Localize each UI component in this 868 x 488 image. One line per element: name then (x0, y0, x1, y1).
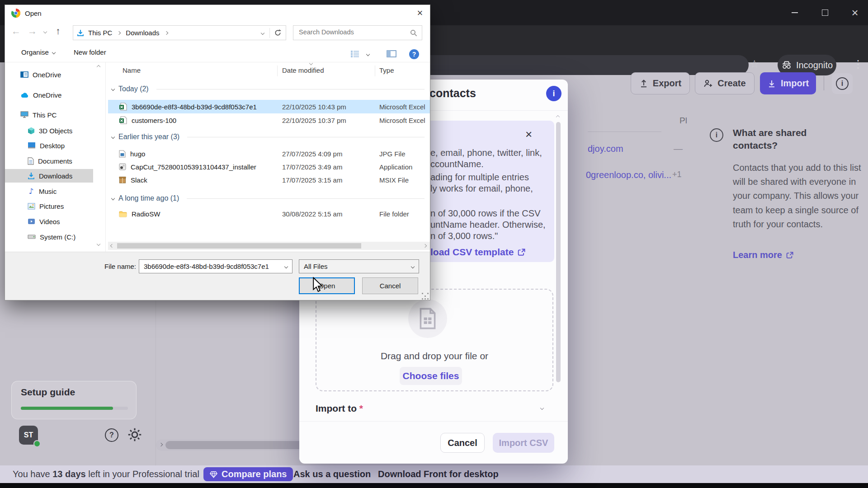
file-row[interactable]: RadioSW 30/08/2022 5:15 am File folder (108, 207, 430, 221)
resize-grip[interactable] (422, 293, 423, 294)
list-view-icon[interactable] (350, 50, 359, 57)
breadcrumb-chevron-icon[interactable] (117, 31, 121, 34)
avatar[interactable]: ST (19, 426, 38, 445)
cancel-button[interactable]: Cancel (362, 277, 418, 294)
filelist-hscrollbar-track[interactable] (108, 242, 430, 250)
breadcrumb-root[interactable]: This PC (88, 29, 112, 37)
sidebar-item-onedrive-cloud[interactable]: OneDrive (5, 88, 93, 102)
refresh-icon[interactable] (274, 29, 282, 37)
open-button[interactable]: Open (299, 277, 355, 294)
modal-cancel-button[interactable]: Cancel (440, 433, 485, 453)
sidebar-item-music[interactable]: ♪ Music (5, 184, 93, 198)
column-header-date[interactable]: Date modified (282, 66, 324, 74)
organise-menu[interactable]: Organise (21, 48, 55, 56)
export-button[interactable]: Export (631, 72, 690, 94)
sidebar-item-documents[interactable]: Documents (5, 154, 93, 168)
new-folder-button[interactable]: New folder (74, 48, 106, 56)
search-input[interactable] (298, 28, 404, 36)
scroll-right-icon[interactable] (423, 244, 427, 248)
scroll-left-icon[interactable] (110, 244, 114, 248)
external-link-icon (518, 249, 525, 256)
download-front-link[interactable]: Download Front for desktop (378, 469, 499, 479)
address-dropdown-chevron-icon[interactable] (261, 31, 264, 34)
banner-close-icon[interactable]: × (525, 127, 532, 141)
music-note-icon: ♪ (28, 187, 35, 196)
file-name-field[interactable] (139, 259, 292, 273)
banner-line: n of 3,000 rows." (430, 231, 498, 241)
sidebar-item-pictures[interactable]: Pictures (5, 199, 93, 213)
modal-title: contacts (429, 87, 476, 100)
file-row-selected[interactable]: 3b6690de-e8f3-48bd-b39d-9cd8f053c7e1 22/… (108, 100, 430, 113)
videos-icon (28, 218, 35, 225)
scroll-left-icon[interactable] (159, 443, 163, 446)
import-label: Import (781, 78, 809, 89)
file-row[interactable]: hugo 27/07/2025 4:09 pm JPG File (108, 147, 430, 160)
file-row[interactable]: customers-100 22/10/2025 10:37 pm Micros… (108, 113, 430, 127)
group-header-today[interactable]: Today (2) (112, 83, 428, 95)
onedrive-card-icon (20, 71, 28, 78)
modal-scroll-up-icon[interactable] (556, 115, 560, 119)
settings-gear-icon[interactable] (127, 427, 143, 443)
import-to-chevron-icon[interactable] (540, 406, 544, 410)
filelist-hscrollbar-thumb[interactable] (117, 243, 361, 249)
contact-row-link[interactable]: djoy.com (588, 144, 623, 154)
compare-plans-button[interactable]: Compare plans (203, 467, 293, 481)
group-header-earlier[interactable]: Earlier this year (3) (112, 131, 428, 143)
help-button[interactable]: ? (105, 428, 118, 442)
modal-info-icon[interactable]: i (546, 86, 561, 101)
column-header-name[interactable]: Name (123, 66, 141, 74)
view-options-chevron-icon[interactable] (366, 52, 370, 56)
file-row[interactable]: CapCut_7528001053913104437_installer 17/… (108, 160, 430, 174)
page-info-button[interactable]: i (832, 73, 853, 94)
sidebar-item-this-pc[interactable]: This PC (5, 108, 93, 122)
file-type-select[interactable]: All Files (299, 259, 419, 273)
group-rule (156, 89, 425, 89)
sidebar-item-downloads[interactable]: Downloads (5, 169, 93, 183)
presence-dot (33, 440, 41, 447)
breadcrumb-folder[interactable]: Downloads (126, 29, 159, 37)
search-box[interactable] (293, 25, 422, 40)
sidebar-item-3d-objects[interactable]: 3D Objects (5, 124, 93, 137)
sidebar-scroll-down-icon[interactable] (97, 242, 100, 246)
file-type: Microsoft Excel (379, 117, 430, 124)
learn-more-link[interactable]: Learn more (733, 250, 793, 260)
window-minimize-button[interactable] (784, 0, 805, 25)
setup-guide-card[interactable]: Setup guide (11, 381, 137, 419)
window-close-button[interactable]: × (844, 0, 865, 25)
modal-scrollbar-thumb[interactable] (556, 122, 561, 382)
sidebar-item-onedrive[interactable]: OneDrive (5, 68, 93, 81)
file-name-input[interactable] (143, 262, 285, 271)
contact-row-link[interactable]: 0greenloop.co, olivi... (586, 170, 671, 180)
browser-menu-kebab-icon[interactable]: ⋮ (853, 58, 863, 70)
avatar-initials: ST (24, 431, 33, 439)
application-file-icon (119, 163, 126, 170)
import-csv-button[interactable]: Import CSV (493, 433, 554, 453)
setup-progress-fill (21, 407, 113, 410)
history-chevron-icon[interactable] (43, 30, 47, 33)
create-button[interactable]: Create (695, 72, 755, 94)
forward-arrow-icon[interactable]: → (28, 26, 37, 37)
contact-row-phone: +1 (672, 170, 682, 179)
column-header-type[interactable]: Type (379, 66, 394, 74)
file-name-dropdown-chevron-icon[interactable] (284, 264, 288, 268)
breadcrumb[interactable]: This PC Downloads (73, 25, 286, 40)
choose-files-button[interactable]: Choose files (400, 367, 462, 385)
ask-question-link[interactable]: Ask us a question (293, 469, 371, 479)
file-row[interactable]: Slack 17/07/2025 3:15 am MSIX File (108, 173, 430, 187)
import-button[interactable]: Import (760, 72, 816, 94)
csv-template-link[interactable]: load CSV template (430, 247, 525, 258)
dialog-close-button[interactable]: × (411, 5, 429, 21)
sidebar-item-videos[interactable]: Videos (5, 215, 93, 228)
bookmark-star-icon[interactable]: ☆ (750, 58, 760, 70)
window-restore-button[interactable] (815, 0, 835, 25)
back-arrow-icon[interactable]: ← (11, 26, 21, 37)
breadcrumb-chevron-icon[interactable] (164, 31, 168, 34)
banner-line: untName header. Otherwise, (430, 220, 546, 230)
sidebar-item-desktop[interactable]: Desktop (5, 139, 93, 152)
up-arrow-icon[interactable]: ↑ (56, 26, 61, 37)
preview-pane-icon[interactable] (387, 50, 396, 57)
sidebar-scroll-up-icon[interactable] (97, 65, 100, 69)
help-icon[interactable]: ? (409, 49, 419, 59)
group-header-long-ago[interactable]: A long time ago (1) (112, 192, 428, 205)
sidebar-item-system-c[interactable]: System (C:) (5, 230, 93, 244)
